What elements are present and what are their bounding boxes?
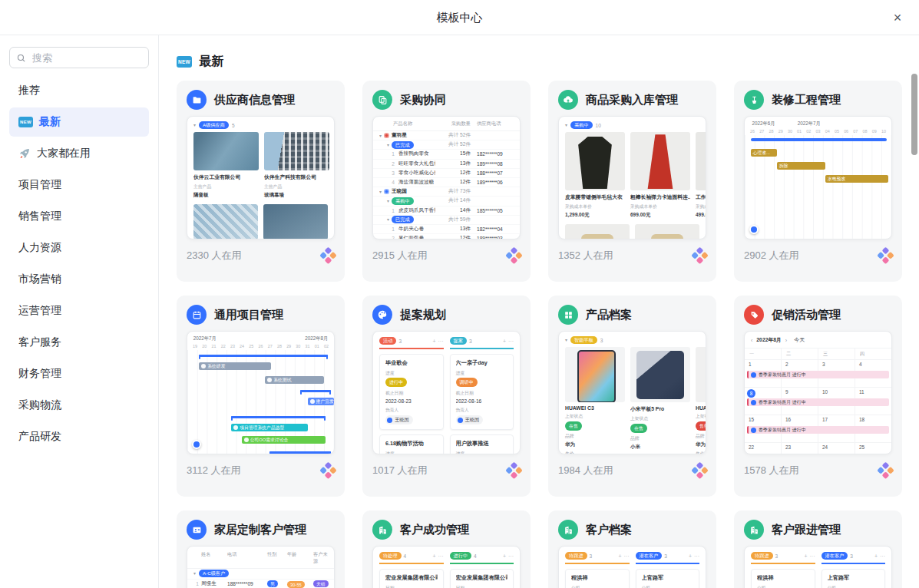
kanban-card-title: 宏业发展集团有限公司 — [385, 574, 438, 582]
col-qty: 采购数量 — [435, 121, 471, 127]
table-row: ▾已完成共计 52件 — [373, 140, 520, 150]
sidebar-item-3[interactable]: 项目管理 — [9, 170, 149, 200]
gantt-day: 26 — [256, 344, 265, 349]
logo-diamond — [701, 466, 709, 474]
kanban-column-header: 待跟进3+··· — [565, 552, 630, 564]
template-card[interactable]: 客户跟进管理待跟进3+···程洪祥公司同创科技发展有限公司潜在客户3+···上官… — [734, 510, 902, 588]
column-pill: 进行中 — [450, 552, 472, 560]
gantt-day: 29 — [284, 344, 293, 349]
sidebar-item-9[interactable]: 财务管理 — [9, 359, 149, 388]
gantt-bar-label: 拆除 — [779, 163, 788, 170]
template-card[interactable]: 客户档案待跟进3+···程洪祥公司同创科技发展有限公司潜在客户3+···上官路军… — [548, 510, 716, 588]
sidebar-item-4[interactable]: 销售管理 — [9, 202, 149, 231]
row-main: ▾王晓国 — [379, 188, 435, 195]
preview-image — [696, 347, 706, 402]
gantt-day: 30 — [293, 344, 302, 349]
template-card[interactable]: 供应商信息管理▾A级供应商5伙伴云工业有限公司主营产品隔音板伙伴生产科技有限公司… — [177, 81, 345, 282]
caret-icon: ▾ — [387, 143, 389, 147]
phone-cell: 189******03 — [471, 236, 514, 239]
template-card[interactable]: 装修工程管理2022年6月2022年7月26272829300102030405… — [734, 81, 902, 282]
sidebar-item-0[interactable]: 推荐 — [9, 76, 149, 105]
scrollbar-thumb[interactable] — [911, 74, 917, 155]
kanban-card: 程洪祥公司同创科技发展有限公司 — [751, 569, 815, 588]
sidebar-item-11[interactable]: 产品研发 — [9, 422, 149, 451]
gallery-item: 伙伴生产科技有限公司主营产品玻璃幕墙 — [264, 132, 329, 199]
logo-diamond — [887, 466, 894, 474]
gantt-day: 23 — [228, 344, 237, 349]
template-card[interactable]: 提案规划活动3+···毕业歌会进度进行中截止日期2022-08-23负责人王晓国… — [362, 296, 531, 497]
tag-cell: 天猫 — [313, 580, 328, 587]
sidebar-item-label: 最新 — [39, 115, 61, 129]
day-number: 10 — [822, 389, 828, 395]
row-index: 1 — [390, 226, 396, 232]
preview-kanban: 待处理4+···宏业发展集团有限公司日期2022-08-10进行中4+···宏业… — [373, 547, 520, 588]
column-pill: 待处理 — [379, 552, 402, 560]
sidebar-item-5[interactable]: 人力资源 — [9, 233, 149, 263]
search-box[interactable] — [9, 47, 149, 68]
field-label: 公司 — [642, 585, 694, 588]
gantt-avatar-fab — [192, 440, 201, 449]
template-grid: 供应商信息管理▾A级供应商5伙伴云工业有限公司主营产品隔音板伙伴生产科技有限公司… — [177, 81, 919, 588]
template-card[interactable]: 商品采购入库管理▾采购中10皮革腰带锻侧羊毛毡大衣采购成本单价1,299.00元… — [548, 81, 716, 282]
item-price: 1,299.00元 — [565, 212, 625, 219]
template-card[interactable]: 产品档案▾智能平板3HUAWEI C3上架状态在售品牌华为售价小米平板5 Pro… — [548, 296, 716, 497]
gantt-bracket — [231, 416, 325, 418]
preview-toolbar: ▾智能平板3 — [559, 332, 706, 347]
column-count: 3 — [775, 553, 779, 559]
sidebar-item-1[interactable]: NEW最新 — [9, 107, 149, 137]
more-icon: ··· — [438, 339, 444, 344]
sidebar-item-7[interactable]: 运营管理 — [9, 296, 149, 325]
kanban-column: 待跟进3+···程洪祥公司同创科技发展有限公司 — [751, 552, 815, 588]
gantt-bar: 推广宣发... — [308, 398, 334, 405]
phone-cell: 189******08 — [471, 161, 514, 167]
sidebar-item-2[interactable]: 大家都在用 — [9, 139, 149, 168]
preview-toolbar: ▾采购中10 — [559, 117, 706, 132]
building-icon — [558, 520, 578, 540]
brand-label: 品牌 — [630, 435, 690, 442]
day-number: 22 — [749, 444, 754, 450]
template-card[interactable]: 促销活动管理‹2022年8月›今天一二三四1234春季家装特惠月 进行中8910… — [734, 296, 902, 497]
field-label: 进度 — [385, 370, 438, 377]
more-icon: ··· — [694, 553, 699, 559]
gantt-day: 05 — [832, 129, 841, 134]
row-index: 1 — [193, 581, 201, 586]
gantt-bar-label: 项目管理系统产品选型 — [240, 424, 284, 431]
preview-toolbar: ▾A级供应商5 — [187, 117, 334, 132]
kanban-column: 提案3+···六一亲子day进度调研中截止日期2022-08-16负责人王晓国用… — [450, 337, 514, 448]
preview-image — [630, 132, 690, 190]
search-input[interactable] — [31, 51, 142, 64]
gantt-day: 24 — [237, 344, 246, 349]
sidebar-item-8[interactable]: 客户服务 — [9, 328, 149, 357]
sidebar-item-6[interactable]: 市场营销 — [9, 265, 149, 294]
template-card-footer: 1984 人在用 — [558, 463, 706, 478]
template-card-footer: 2915 人在用 — [372, 248, 521, 263]
col-product: 产品名称 — [379, 121, 435, 127]
gantt-day: 31 — [302, 344, 312, 349]
col-header: 客户来源 — [313, 551, 328, 565]
table-row: ▾已完成共计 59件 — [373, 216, 520, 225]
usage-count: 2330 人在用 — [187, 249, 242, 263]
owner-name: 王晓国 — [465, 417, 480, 424]
sidebar-item-10[interactable]: 采购物流 — [9, 391, 149, 420]
template-card[interactable]: 采购协同产品名称采购数量供应商电话▾董羽星共计 52件▾已完成共计 52件1香辣… — [362, 81, 531, 282]
weekday-label: 三 — [818, 349, 855, 359]
preview-image — [696, 132, 706, 190]
template-card[interactable]: 通用项目管理2022年7月2022年8月19202122232425262728… — [177, 296, 345, 497]
close-button[interactable]: × — [888, 8, 907, 27]
day-number: 1 — [749, 362, 753, 367]
customer-name: 周慢生 — [201, 580, 227, 587]
row-main: 1牛奶夹心卷 — [379, 226, 435, 233]
template-card[interactable]: 家居定制客户管理姓名电话性别年龄客户来源▾A-C级客户1周慢生188******… — [177, 510, 345, 588]
field-value: 2022-08-16 — [456, 398, 508, 404]
field-value: 2022-08-23 — [385, 398, 438, 404]
plus-icon: + — [689, 553, 692, 559]
huoban-logo-icon — [319, 461, 337, 480]
row-main: ▾董羽星 — [379, 132, 435, 139]
gantt-bar: 系统测试 — [265, 376, 323, 384]
product-name: 虎皮鸡爪风干香辣味大袋装 — [398, 207, 435, 214]
template-card[interactable]: 客户成功管理待处理4+···宏业发展集团有限公司日期2022-08-10进行中4… — [362, 510, 531, 588]
item-name: 工作服 — [696, 193, 706, 201]
template-preview: 2022年7月2022年8月19202122232425262728293031… — [187, 331, 335, 454]
building-icon — [372, 520, 392, 540]
item-name: 伙伴生产科技有限公司 — [264, 173, 329, 181]
